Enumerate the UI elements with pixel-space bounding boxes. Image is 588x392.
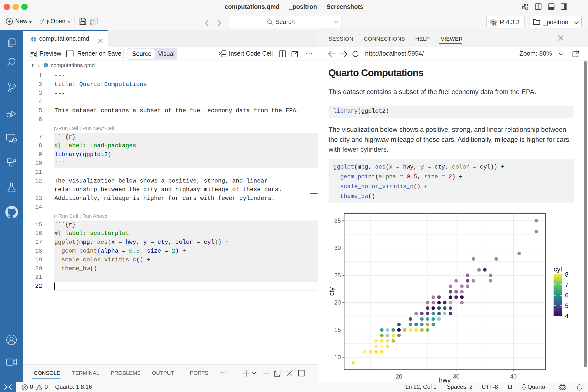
svg-text:30: 30 [334,244,341,251]
svg-text:40: 40 [510,373,517,380]
svg-text:cyl: cyl [554,265,562,273]
svg-text:6: 6 [565,292,568,299]
svg-text:8: 8 [565,271,568,278]
svg-text:10: 10 [334,354,341,360]
svg-text:4: 4 [565,312,568,320]
svg-text:5: 5 [565,302,568,310]
svg-text:20: 20 [396,373,402,380]
svg-text:35: 35 [334,217,341,224]
svg-text:20: 20 [334,299,341,306]
svg-text:R: R [492,20,496,26]
svg-text:hwy: hwy [439,376,451,384]
svg-text:25: 25 [334,272,341,278]
svg-text:30: 30 [453,373,460,380]
svg-text:7: 7 [565,281,568,288]
svg-text:15: 15 [334,326,341,333]
svg-text:cty: cty [328,287,336,296]
